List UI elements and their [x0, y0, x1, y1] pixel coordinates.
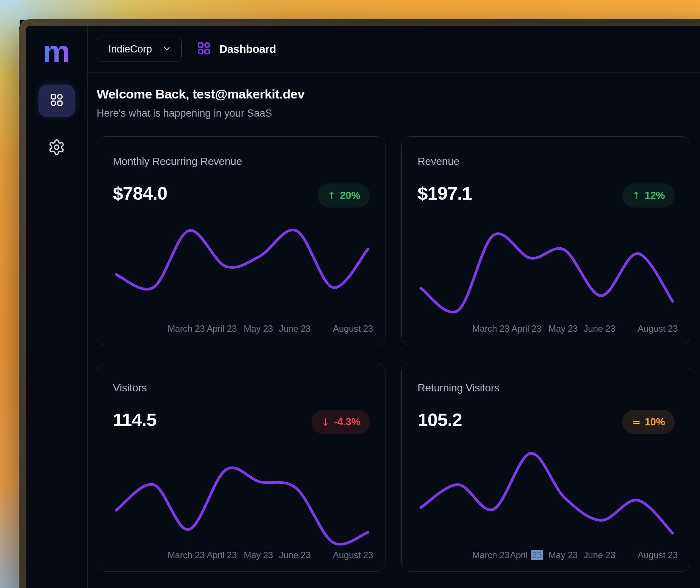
breadcrumb: Dashboard	[197, 41, 276, 57]
x-axis-label: June 23	[279, 550, 311, 560]
trend-badge: ↑ 12%	[622, 183, 675, 208]
mrr-line-chart[interactable]	[112, 224, 370, 316]
x-axis-labels: March 23April 23May 23June 23August 23	[112, 550, 370, 562]
revenue-line-chart[interactable]	[417, 224, 675, 316]
card-title: Returning Visitors	[418, 382, 500, 394]
trend-badge-label: 12%	[645, 191, 665, 201]
sidebar-item-settings[interactable]	[45, 137, 68, 159]
card-value: $197.1	[418, 183, 472, 204]
desktop-wallpaper-top	[0, 0, 700, 20]
arrow-up-icon: ↑	[632, 191, 641, 201]
dashboard-grid-icon	[197, 41, 211, 57]
x-axis-label: June 23	[279, 323, 311, 334]
metric-cards-grid: Monthly Recurring Revenue $784.0 ↑ 20% M…	[97, 136, 690, 572]
x-axis-labels: March 23April 23May 23June 23August 23	[417, 323, 675, 336]
dashboard-content: Welcome Back, test@makerkit.dev Here's w…	[87, 73, 700, 588]
trend-badge-label: -4.3%	[334, 417, 360, 427]
gear-icon	[48, 139, 65, 157]
visitors-line-chart[interactable]	[112, 451, 370, 542]
grid-icon	[49, 93, 64, 109]
x-axis-label: April 23	[207, 323, 237, 334]
welcome-heading: Welcome Back, test@makerkit.dev	[97, 86, 700, 102]
desktop-wallpaper-left	[0, 0, 20, 588]
x-axis-label: May 23	[244, 323, 273, 334]
team-selector-button[interactable]: IndieCorp	[97, 37, 182, 62]
x-axis-label: March 23	[472, 550, 509, 560]
x-axis-label: May 23	[548, 550, 578, 560]
selected-text: 23	[531, 550, 543, 560]
trend-badge-label: 10%	[645, 417, 665, 427]
x-axis-label: March 23	[472, 323, 509, 334]
chevron-down-icon	[152, 44, 171, 54]
x-axis-label: March 23	[168, 323, 205, 334]
card-returning-visitors: Returning Visitors 105.2 = 10% March 23A…	[401, 363, 690, 572]
trend-badge: ↑ 20%	[318, 183, 370, 208]
trend-badge: = 10%	[622, 410, 675, 434]
x-axis-label: May 23	[244, 550, 273, 560]
x-axis-label: March 23	[168, 550, 205, 560]
x-axis-labels: March 23April 23May 23June 23August 23	[112, 323, 370, 336]
page-title: Dashboard	[219, 43, 276, 55]
arrow-up-icon: ↑	[327, 191, 336, 201]
x-axis-label: June 23	[584, 323, 615, 334]
returning-visitors-line-chart[interactable]	[417, 451, 675, 542]
card-monthly-recurring-revenue: Monthly Recurring Revenue $784.0 ↑ 20% M…	[97, 136, 385, 345]
card-value: 105.2	[418, 409, 462, 430]
arrow-down-icon: ↓	[321, 417, 330, 427]
x-axis-label: April 23	[511, 323, 541, 334]
card-title: Visitors	[113, 382, 147, 394]
x-axis-label: August 23	[333, 550, 373, 560]
card-value: $784.0	[113, 183, 167, 204]
card-title: Monthly Recurring Revenue	[113, 155, 242, 168]
x-axis-label: June 23	[584, 550, 615, 560]
card-title: Revenue	[418, 155, 459, 168]
x-axis-label: August 23	[333, 323, 373, 334]
x-axis-label: April 23	[510, 550, 543, 560]
x-axis-label: May 23	[548, 323, 578, 334]
welcome-subtitle: Here's what is happening in your SaaS	[97, 107, 700, 120]
makerkit-logo: m	[43, 40, 70, 63]
card-visitors: Visitors 114.5 ↓ -4.3% March 23April 23M…	[97, 363, 385, 572]
topbar: IndieCorp	[87, 26, 700, 73]
x-axis-label: April 23	[207, 550, 237, 560]
x-axis-label: August 23	[638, 550, 678, 560]
card-value: 114.5	[113, 409, 156, 430]
app-content: m	[26, 26, 700, 588]
x-axis-labels: March 23April 23May 23June 23August 23	[417, 550, 675, 562]
app-window: m	[19, 19, 700, 588]
sidebar-item-dashboard[interactable]	[39, 85, 75, 117]
trend-badge: ↓ -4.3%	[311, 410, 370, 434]
card-revenue: Revenue $197.1 ↑ 12% March 23April 23May…	[401, 136, 690, 345]
team-name: IndieCorp	[108, 43, 152, 55]
equals-icon: =	[632, 417, 641, 427]
main-area: IndieCorp	[87, 26, 700, 588]
trend-badge-label: 20%	[340, 191, 360, 201]
sidebar: m	[26, 26, 88, 588]
x-axis-label: August 23	[638, 323, 678, 334]
